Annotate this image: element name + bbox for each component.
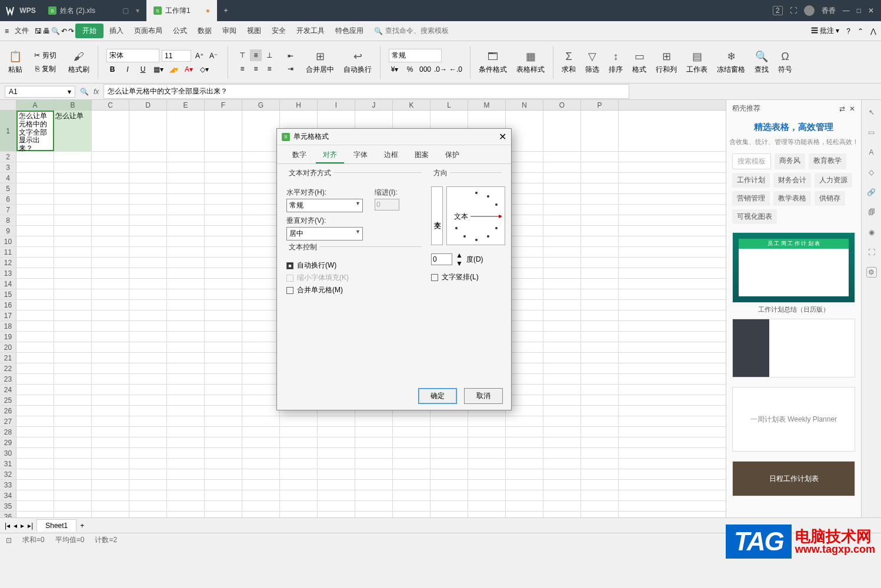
tab-start[interactable]: 开始: [75, 24, 104, 38]
sheet-nav-prev[interactable]: ◂: [14, 522, 17, 530]
collapse-ribbon-icon[interactable]: ⌃: [857, 27, 863, 35]
tab-formula[interactable]: 公式: [168, 24, 192, 38]
dlg-tab-protect[interactable]: 保护: [438, 148, 466, 163]
tag-biz[interactable]: 商务风: [775, 153, 805, 169]
border-button[interactable]: ▦▾: [152, 64, 164, 75]
formula-bar[interactable]: 怎么让单元格中的文字全部显示出来？: [104, 84, 629, 99]
undo-icon[interactable]: ↶: [61, 27, 67, 35]
tag-sale[interactable]: 供销存: [815, 191, 845, 206]
tab-dev[interactable]: 开发工具: [292, 24, 329, 38]
rail-more-icon[interactable]: ⛶: [866, 247, 877, 258]
save-icon[interactable]: 🖫: [35, 27, 42, 35]
symbol-button[interactable]: Ω符号: [775, 47, 796, 77]
maximize-icon[interactable]: □: [857, 6, 861, 15]
print-icon[interactable]: 🖶: [43, 27, 50, 35]
select-all-corner[interactable]: [0, 100, 16, 110]
align-right[interactable]: ≡: [263, 63, 275, 75]
shrink-font-icon[interactable]: A⁻: [208, 50, 219, 62]
merge-button[interactable]: ⊞合并居中: [302, 47, 338, 77]
currency-icon[interactable]: ¥▾: [389, 64, 401, 75]
bold-button[interactable]: B: [106, 64, 118, 75]
menu-icon[interactable]: ≡: [5, 27, 9, 35]
rail-select-icon[interactable]: ↖: [866, 107, 877, 118]
cond-format-button[interactable]: 🗔条件格式: [475, 47, 510, 77]
template-1[interactable]: 员 工 周 工 作 计 划 表: [732, 232, 855, 303]
dlg-tab-pattern[interactable]: 图案: [408, 148, 436, 163]
tab-safe[interactable]: 安全: [267, 24, 291, 38]
sort-button[interactable]: ↕排序: [605, 47, 626, 77]
name-box[interactable]: A1▾: [5, 86, 75, 98]
rail-note-icon[interactable]: 🗐: [866, 207, 877, 218]
filter-button[interactable]: ▽筛选: [582, 47, 603, 77]
size-select[interactable]: 11: [162, 50, 191, 62]
status-indicator-icon[interactable]: ⊡: [6, 536, 12, 544]
cancel-button[interactable]: 取消: [464, 388, 503, 404]
tag-edu[interactable]: 教育教学: [809, 153, 846, 169]
rail-backup-icon[interactable]: ◉: [866, 227, 877, 238]
minimize-icon[interactable]: —: [843, 6, 850, 15]
rail-style-icon[interactable]: ▭: [866, 127, 877, 138]
comma-icon[interactable]: 000: [419, 64, 431, 75]
percent-icon[interactable]: %: [404, 64, 416, 75]
sheet-nav-first[interactable]: |◂: [5, 522, 10, 530]
dlg-tab-align[interactable]: 对齐: [316, 148, 344, 163]
font-select[interactable]: 宋体: [106, 49, 159, 62]
zoom-icon[interactable]: 🔍: [80, 88, 89, 96]
tag-hr[interactable]: 人力资源: [815, 173, 852, 188]
deg-down[interactable]: ▼: [456, 259, 463, 268]
indent-spin[interactable]: [375, 199, 399, 211]
merge-checkbox[interactable]: [286, 287, 293, 294]
tab-insert[interactable]: 插入: [105, 24, 128, 38]
freeze-button[interactable]: ❄冻结窗格: [713, 47, 749, 77]
preview-icon[interactable]: 🔍: [51, 27, 60, 35]
gift-icon[interactable]: ⛶: [790, 6, 797, 15]
sheet-button[interactable]: ▤工作表: [683, 47, 711, 77]
sum-button[interactable]: Σ求和: [558, 47, 579, 77]
tab-file2[interactable]: S工作簿1●: [146, 0, 217, 21]
tab-view[interactable]: 视图: [242, 24, 266, 38]
orient-dial[interactable]: 文本: [446, 186, 505, 245]
tag-plan[interactable]: 工作计划: [732, 173, 770, 188]
align-left[interactable]: ≡: [236, 63, 248, 75]
align-bot[interactable]: ⊥: [263, 49, 275, 61]
indent-inc[interactable]: ⇥: [285, 63, 296, 75]
file-menu[interactable]: 文件: [10, 24, 34, 38]
help-icon[interactable]: ?: [846, 27, 850, 35]
table-style-button[interactable]: ▦表格样式: [513, 47, 548, 77]
col-header-A[interactable]: A: [16, 100, 54, 110]
more-icon[interactable]: ⋀: [870, 27, 876, 35]
align-top[interactable]: ⊤: [236, 49, 248, 61]
dlg-tab-border[interactable]: 边框: [377, 148, 405, 163]
tab-layout[interactable]: 页面布局: [129, 24, 167, 38]
indent-dec[interactable]: ⇤: [285, 50, 296, 62]
rail-attr-icon[interactable]: A: [866, 147, 877, 158]
clear-button[interactable]: ◇▾: [198, 64, 210, 75]
sheet-tab-1[interactable]: Sheet1: [36, 519, 76, 532]
find-button[interactable]: 🔍查找: [751, 47, 772, 77]
rail-link-icon[interactable]: 🔗: [866, 187, 877, 198]
side-close-icon[interactable]: ✕: [849, 105, 855, 113]
tab-file1[interactable]: S姓名 (2).xls▢▾: [41, 0, 146, 21]
align-mid[interactable]: ≡: [250, 49, 262, 61]
add-sheet-button[interactable]: +: [80, 522, 84, 530]
dec-inc-icon[interactable]: .0→: [435, 64, 446, 75]
underline-button[interactable]: U: [137, 64, 149, 75]
halign-select[interactable]: 常规: [286, 199, 363, 212]
vertical-text-checkbox[interactable]: [431, 274, 438, 281]
template-4[interactable]: 日程工作计划表: [732, 461, 855, 496]
dlg-tab-font[interactable]: 字体: [346, 148, 375, 163]
wrap-checkbox[interactable]: ■: [286, 262, 293, 269]
degree-input[interactable]: [431, 253, 452, 265]
template-2[interactable]: [732, 319, 855, 377]
orient-vertical-button[interactable]: 文本: [431, 186, 443, 245]
copy-button[interactable]: ⎘ 复制: [33, 63, 58, 75]
tab-review[interactable]: 审阅: [218, 24, 241, 38]
wrap-button[interactable]: ↩自动换行: [340, 47, 375, 77]
fillcolor-button[interactable]: ◢▾: [168, 64, 179, 75]
new-tab-button[interactable]: +: [217, 6, 235, 15]
paste-button[interactable]: 📋粘贴: [5, 47, 26, 77]
format-painter-button[interactable]: 🖌格式刷: [65, 47, 93, 77]
tab-data[interactable]: 数据: [193, 24, 216, 38]
rowcol-button[interactable]: ⊞行和列: [652, 47, 680, 77]
sheet-nav-next[interactable]: ▸: [21, 522, 24, 530]
